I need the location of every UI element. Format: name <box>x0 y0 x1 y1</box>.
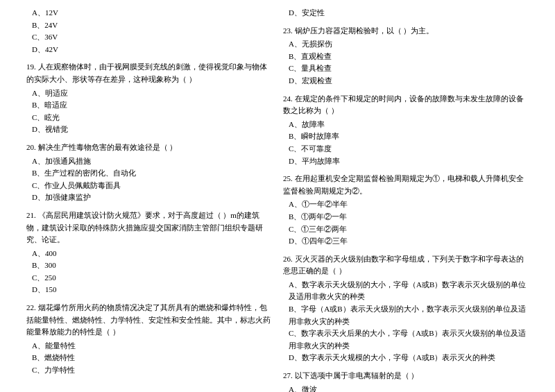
q22: 22. 烟花爆竹所用火药的物质情况决定了其所具有的燃烧和爆炸特性，包括能量特性、… <box>26 302 272 377</box>
q20-opt-d: D、加强健康监护 <box>26 191 272 204</box>
q27-text: 27. 以下选项中属于非电离辐射的是（ ） <box>283 370 529 382</box>
q24-opt-c: C、不可靠度 <box>283 143 529 155</box>
q-d-stability: D、安定性 <box>283 7 529 19</box>
q19-text: 19. 人在观察物体时，由于视网膜受到充线的刺激，使得视觉印象与物体的实际大小、… <box>26 61 272 85</box>
q20-opt-a: A、加强通风措施 <box>26 155 272 168</box>
q19-opt-a: A、明适应 <box>26 87 272 100</box>
q19-opt-d: D、视错觉 <box>26 123 272 136</box>
q19-opt-b: B、暗适应 <box>26 99 272 112</box>
q21-text: 21. 《高层民用建筑设计防火规范》要求，对于高度超过（ ）m的建筑物，建筑设计… <box>26 210 272 246</box>
option-a12v-d: D、42V <box>26 44 272 56</box>
q27-opt-a: A、微波 <box>283 384 529 392</box>
q25-opt-a: A、①一年②半年 <box>283 198 529 211</box>
q20: 20. 解决生产性毒物危害的最有效途径是（ ） A、加强通风措施 B、生产过程的… <box>26 142 272 204</box>
q-a12v: A、12V B、24V C、36V D、42V <box>26 7 272 56</box>
q26-opt-c: C、数字表示天火后果的大小，字母（A或B）表示灭火级别的单位及适用非救火灾的种类 <box>283 327 529 352</box>
q23: 23. 锅炉压力容器定期检验时，以（ ）为主。 A、无损探伤 B、直观检查 C、… <box>283 25 529 87</box>
option-a12v-c: C、36V <box>26 31 272 44</box>
q23-opt-b: B、直观检查 <box>283 51 529 63</box>
q23-text: 23. 锅炉压力容器定期检验时，以（ ）为主。 <box>283 25 529 37</box>
q24: 24. 在规定的条件下和规定的时间内，设备的故障数与未发生故障的设备数之比称为（… <box>283 93 529 168</box>
q23-opt-c: C、量具检查 <box>283 62 529 75</box>
q22-text: 22. 烟花爆竹所用火药的物质情况决定了其所具有的燃烧和爆炸特性，包括能量特性、… <box>26 302 272 339</box>
q26-opt-a: A、数字表示天火级别的大小，字母（A或B）数字表示灭火级别的单位及适用非救火灾的… <box>283 279 529 303</box>
q20-opt-c: C、作业人员佩戴防毒面具 <box>26 180 272 192</box>
q21-opt-a: A、400 <box>26 248 272 260</box>
q19-opt-c: C、眩光 <box>26 112 272 124</box>
q24-opt-a: A、故障率 <box>283 119 529 131</box>
q20-text: 20. 解决生产性毒物危害的最有效途径是（ ） <box>26 142 272 154</box>
q25-opt-c: C、①三年②两年 <box>283 223 529 236</box>
q25-text: 25. 在用起重机安全定期监督检验周期规定为①，电梯和载人升降机安全监督检验周期… <box>283 173 529 197</box>
q21: 21. 《高层民用建筑设计防火规范》要求，对于高度超过（ ）m的建筑物，建筑设计… <box>26 210 272 296</box>
q19: 19. 人在观察物体时，由于视网膜受到充线的刺激，使得视觉印象与物体的实际大小、… <box>26 61 272 136</box>
q25-opt-b: B、①两年②一年 <box>283 211 529 223</box>
option-a12v-a: A、12V <box>26 7 272 19</box>
q21-opt-b: B、300 <box>26 259 272 272</box>
q26-text: 26. 灭火灭器的天火级别由数字和字母组成，下列关于数字和字母表达的意思正确的是… <box>283 253 529 278</box>
q22-opt-a: A、能量特性 <box>26 340 272 352</box>
q23-opt-d: D、宏观检查 <box>283 75 529 87</box>
q22-opt-b: B、燃烧特性 <box>26 352 272 364</box>
q27: 27. 以下选项中属于非电离辐射的是（ ） A、微波 <box>283 370 529 392</box>
q26: 26. 灭火灭器的天火级别由数字和字母组成，下列关于数字和字母表达的意思正确的是… <box>283 253 529 364</box>
option-a12v-b: B、24V <box>26 19 272 32</box>
q24-opt-d: D、平均故障率 <box>283 155 529 168</box>
q25-opt-d: D、①四年②三年 <box>283 235 529 248</box>
q26-opt-d: D、数字表示天火规模的大小，字母（A或B）表示灭火的种类 <box>283 352 529 364</box>
opt-d-stability: D、安定性 <box>283 7 529 19</box>
left-column: A、12V B、24V C、36V D、42V 19. 人在观察物体时，由于视网… <box>21 7 278 392</box>
q26-opt-b: B、字母（A或B）表示天火级别的大小，数字表示灭火级别的单位及适用非救火灾的种类 <box>283 303 529 327</box>
q21-opt-d: D、150 <box>26 284 272 296</box>
q24-opt-b: B、瞬时故障率 <box>283 130 529 143</box>
q21-opt-c: C、250 <box>26 272 272 284</box>
q25: 25. 在用起重机安全定期监督检验周期规定为①，电梯和载人升降机安全监督检验周期… <box>283 173 529 248</box>
page-container: A、12V B、24V C、36V D、42V 19. 人在观察物体时，由于视网… <box>21 7 534 392</box>
q23-opt-a: A、无损探伤 <box>283 38 529 51</box>
q22-opt-c: C、力学特性 <box>26 364 272 377</box>
q24-text: 24. 在规定的条件下和规定的时间内，设备的故障数与未发生故障的设备数之比称为（… <box>283 93 529 117</box>
q20-opt-b: B、生产过程的密闭化、自动化 <box>26 167 272 180</box>
right-column: D、安定性 23. 锅炉压力容器定期检验时，以（ ）为主。 A、无损探伤 B、直… <box>278 7 534 392</box>
